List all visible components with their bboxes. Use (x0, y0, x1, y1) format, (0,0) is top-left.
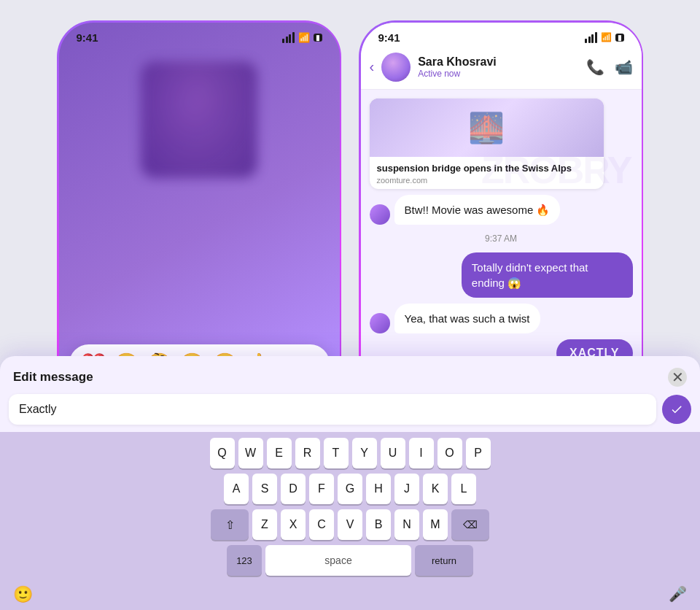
edit-message-input[interactable] (361, 394, 642, 425)
key-i[interactable]: I (409, 438, 434, 468)
incoming-avatar-2 (370, 313, 390, 333)
left-status-icons: 📶 ▮ (282, 32, 322, 43)
right-wifi-icon: 📶 (601, 32, 612, 42)
battery-icon: ▮ (314, 34, 322, 42)
video-button[interactable]: 📹 (615, 58, 633, 76)
link-card-url: zoomture.com (377, 176, 596, 185)
bubble-incoming-1-text: Btw!! Movie was awesome 🔥 (405, 204, 551, 216)
key-l[interactable]: L (451, 474, 476, 504)
edit-modal-header: Edit message ✕ (361, 356, 642, 394)
link-card-img-bg (370, 99, 604, 157)
link-card-content: suspension bridge opens in the Swiss Alp… (370, 157, 604, 190)
key-v[interactable]: V (361, 509, 363, 540)
key-space[interactable]: space (361, 545, 412, 576)
left-time: 9:41 (77, 31, 98, 44)
link-preview-card[interactable]: suspension bridge opens in the Swiss Alp… (370, 99, 604, 190)
keyboard: Q W E R T Y U I O P A S D F G (361, 432, 642, 588)
edit-message-modal: Edit message ✕ Q W E R T Y U (361, 356, 642, 588)
avatar-img (381, 53, 411, 82)
keyboard-row-4: 123 space return (361, 545, 642, 576)
bubble-outgoing-1: Totally didn't expect that ending 😱 (462, 252, 633, 298)
keyboard-row-3: ⇧ Z X C V B N M ⌫ (361, 509, 642, 540)
keyboard-row-2: A S D F G H J K L (361, 474, 642, 504)
right-status-icons: 📶 ▮ (585, 32, 624, 43)
link-card-title: suspension bridge opens in the Swiss Alp… (377, 163, 596, 175)
header-actions: 📞 📹 (586, 58, 633, 76)
incoming-avatar-1 (370, 204, 390, 225)
outgoing-msg-1: Totally didn't expect that ending 😱 (370, 252, 633, 298)
right-phone: 9:41 📶 ▮ ‹ Sara Khosravi Active now (361, 23, 642, 588)
bubble-outgoing-1-text: Totally didn't expect that ending 😱 (472, 261, 588, 289)
key-h[interactable]: H (366, 474, 391, 504)
bubble-incoming-1: Btw!! Movie was awesome 🔥 (394, 195, 561, 225)
bubble-incoming-2: Yea, that was such a twist (394, 304, 540, 333)
key-k[interactable]: K (423, 474, 448, 504)
left-status-bar: 9:41 📶 ▮ (59, 23, 340, 47)
link-card-image (370, 99, 604, 157)
contact-avatar (381, 53, 411, 82)
key-b[interactable]: B (366, 509, 391, 540)
keyboard-row-1: Q W E R T Y U I O P (361, 438, 642, 468)
key-n[interactable]: N (394, 509, 419, 540)
incoming-msg-1: Btw!! Movie was awesome 🔥 (370, 195, 633, 225)
right-status-bar: 9:41 📶 ▮ (361, 23, 642, 47)
right-time: 9:41 (378, 31, 400, 44)
wifi-icon: 📶 (298, 32, 310, 43)
contact-status: Active now (418, 69, 578, 79)
key-o[interactable]: O (438, 438, 462, 468)
chat-header: ‹ Sara Khosravi Active now 📞 📹 (361, 47, 642, 90)
phone-button[interactable]: 📞 (586, 58, 604, 76)
bubble-incoming-2-text: Yea, that was such a twist (405, 312, 530, 325)
contact-info: Sara Khosravi Active now (418, 55, 578, 79)
right-signal-icon (585, 32, 597, 43)
key-p[interactable]: P (466, 438, 491, 468)
timestamp-1: 9:37 AM (370, 233, 633, 244)
key-m[interactable]: M (423, 509, 448, 540)
keyboard-bottom-row: 🙂 🎤 (361, 581, 642, 588)
key-u[interactable]: U (381, 438, 405, 468)
right-battery-icon: ▮ (615, 34, 624, 42)
right-phone-wrapper: 9:41 📶 ▮ ‹ Sara Khosravi Active now (359, 20, 643, 590)
key-y[interactable]: Y (361, 438, 377, 468)
photo-area (59, 54, 340, 178)
incoming-msg-2: Yea, that was such a twist (370, 304, 633, 333)
key-g[interactable]: G (361, 474, 363, 504)
key-j[interactable]: J (394, 474, 419, 504)
key-delete[interactable]: ⌫ (451, 509, 489, 540)
contact-name: Sara Khosravi (418, 55, 578, 69)
edit-input-row (361, 394, 642, 425)
signal-icon (282, 32, 295, 43)
back-button[interactable]: ‹ (370, 58, 375, 75)
blurred-photo (141, 61, 257, 178)
key-return[interactable]: return (415, 545, 473, 576)
